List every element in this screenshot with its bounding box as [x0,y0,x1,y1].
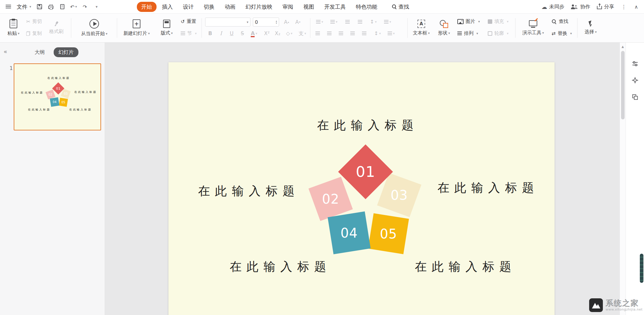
clear-format-button[interactable]: ◇▾ [283,29,295,38]
char-tool-button[interactable]: 支▾ [296,29,308,38]
tab-insert[interactable]: 插入 [158,2,177,12]
textbox-button[interactable]: A 文本框▾ [410,15,432,41]
tab-review[interactable]: 审阅 [278,2,298,12]
reset-button[interactable]: ↺重置 [179,17,197,26]
italic-button[interactable]: I [216,29,226,38]
slide-title-bottom-left[interactable]: 在 此 输 入 标 题 [28,108,50,111]
app-menu-icon[interactable] [4,2,13,12]
decrease-indent-button[interactable] [342,17,352,26]
scrollbar-thumb[interactable] [621,51,625,119]
distribute-button[interactable] [359,29,369,38]
presentation-tools-button[interactable]: 演示工具▾ [518,15,548,41]
new-slide-button[interactable]: 新建幻灯片▾ [120,15,153,41]
tab-home[interactable]: 开始 [137,2,157,12]
smart-beautify-button[interactable] [630,75,640,85]
font-size-select[interactable]: 0 ▴▾ [253,18,279,26]
increase-font-button[interactable]: A▴ [281,18,292,26]
redo-button[interactable]: ↷ [80,2,90,12]
numbered-list-button[interactable]: ▾ [328,17,340,26]
slide-title-bottom-right[interactable]: 在 此 输 入 标 题 [415,258,512,275]
slide-page[interactable]: 在 此 输 入 标 题 在 此 输 入 标 题 在 此 输 入 标 题 在 此 … [168,62,555,315]
diamond-shape-05[interactable]: 05 [59,98,67,106]
tab-design[interactable]: 设计 [179,2,198,12]
tab-transition[interactable]: 切换 [199,2,219,12]
diamond-shape-04[interactable]: 04 [330,214,368,252]
diamond-shape-01[interactable]: 01 [346,152,385,191]
outline-button[interactable]: 轮廓▾ [487,29,510,38]
diamond-shape-05[interactable]: 05 [371,216,406,252]
slide-title-top[interactable]: 在 此 输 入 标 题 [317,117,414,133]
subscript-button[interactable]: X₂ [273,29,283,38]
save-button[interactable] [35,2,44,12]
strikethrough-button[interactable]: S [237,29,247,38]
text-direction-button[interactable]: ↕▾ [367,17,379,26]
print-preview-button[interactable] [58,2,67,12]
file-menu-button[interactable]: 文件▾ [15,3,33,10]
font-color-button[interactable]: A▾ [248,29,260,38]
cut-button[interactable]: ✂剪切 [25,17,43,26]
diamond-shape-02[interactable]: 02 [47,91,54,98]
editor-canvas[interactable]: 在 此 输 入 标 题 在 此 输 入 标 题 在 此 输 入 标 题 在 此 … [105,43,620,315]
picture-button[interactable]: 图片▾ [456,17,481,26]
fill-button[interactable]: 填充▾ [487,17,510,26]
increase-indent-button[interactable] [355,17,365,26]
line-spacing-button[interactable]: ↕▾ [371,29,383,38]
paragraph-more-button[interactable]: ▾ [382,17,394,26]
underline-button[interactable]: U [227,29,237,38]
paste-button[interactable]: 粘贴▾ [4,15,23,41]
undo-button[interactable]: ↶▾ [69,2,78,12]
sync-status[interactable]: ☁ 未同步 [540,3,566,10]
bullet-list-button[interactable]: ▾ [314,17,326,26]
spinner-icons[interactable]: ▴▾ [276,20,277,24]
diamond-shape-03[interactable]: 03 [382,178,417,212]
diamond-shape-02[interactable]: 02 [313,182,348,216]
copy-button[interactable]: 复制 [25,29,43,38]
font-family-select[interactable]: ▾ [205,18,250,26]
slide-thumbnail[interactable]: 在 此 输 入 标 题 在 此 输 入 标 题 在 此 输 入 标 题 在 此 … [14,63,101,130]
share-button[interactable]: 分享 [595,3,616,10]
bold-button[interactable]: B [205,29,215,38]
slide-title-bottom-left[interactable]: 在 此 输 入 标 题 [230,258,327,275]
tab-devtools[interactable]: 开发工具 [320,2,350,12]
quickbar-more-button[interactable]: ▾ [92,2,101,12]
collaborate-button[interactable]: 协作 [569,3,592,10]
tab-outline[interactable]: 大纲 [30,47,49,57]
slide-title-right[interactable]: 在 此 输 入 标 题 [437,180,535,196]
tab-slides[interactable]: 幻灯片 [54,47,78,57]
slide-title-left[interactable]: 在 此 输 入 标 题 [198,183,295,199]
more-options-button[interactable]: ⋮ [619,2,628,12]
scroll-up-icon[interactable]: ▲ [622,45,624,48]
print-button[interactable] [46,2,56,12]
decrease-font-button[interactable]: A▾ [293,18,303,26]
select-button[interactable]: 选择▾ [580,15,602,41]
format-painter-button[interactable]: 格式刷 [45,15,67,41]
tab-view[interactable]: 视图 [299,2,319,12]
align-right-button[interactable] [336,29,346,38]
columns-button[interactable]: ▾ [385,29,397,38]
collapse-ribbon-button[interactable]: ∧ [631,2,641,12]
align-left-button[interactable] [312,29,323,38]
play-from-current-button[interactable]: 从当前开始▾ [75,15,114,41]
tab-slideshow[interactable]: 幻灯片放映 [241,2,277,12]
align-center-button[interactable] [324,29,334,38]
diamond-shape-01[interactable]: 01 [54,84,63,93]
shapes-button[interactable]: 形状▾ [434,15,454,41]
section-button[interactable]: 节▾ [179,29,198,38]
slide-title-left[interactable]: 在 此 输 入 标 题 [21,91,43,94]
object-properties-button[interactable] [630,59,640,69]
superscript-button[interactable]: X² [262,29,272,38]
slide-title-bottom-right[interactable]: 在 此 输 入 标 题 [69,108,91,111]
canvas-scrollbar[interactable]: ▲ [620,43,626,315]
replace-button[interactable]: ⇄替换▾ [550,29,573,38]
collapse-panel-button[interactable]: « [4,48,7,55]
strip-scrollbar-thumb[interactable] [640,254,643,283]
slide-title-right[interactable]: 在 此 输 入 标 题 [74,90,96,94]
tab-features[interactable]: 特色功能 [352,2,382,12]
find-button[interactable]: 查找 [550,17,569,26]
justify-button[interactable] [347,29,357,38]
layout-button[interactable]: 版式▾ [155,15,178,41]
tab-animation[interactable]: 动画 [220,2,240,12]
resource-library-button[interactable] [630,92,640,102]
diamond-shape-03[interactable]: 03 [62,90,70,98]
global-search-button[interactable]: 查找 [387,2,414,12]
